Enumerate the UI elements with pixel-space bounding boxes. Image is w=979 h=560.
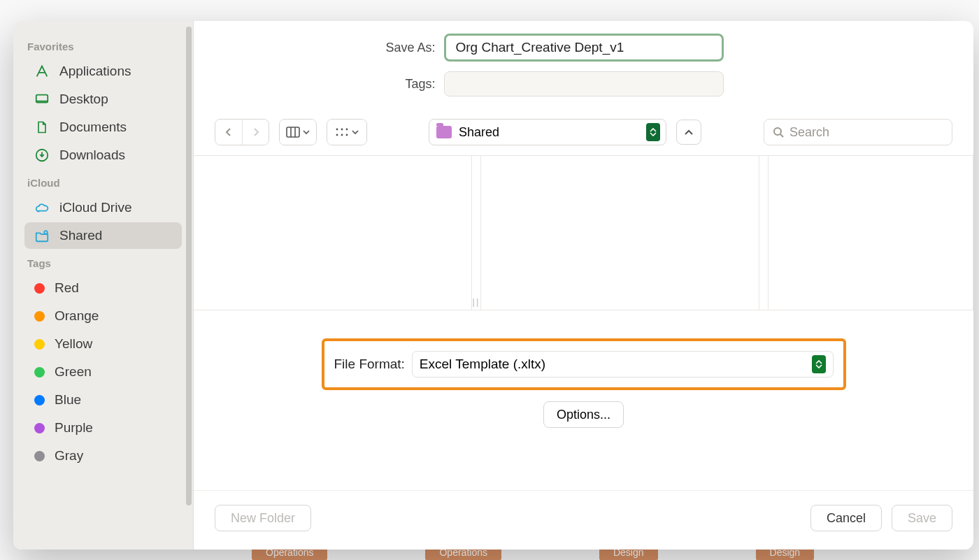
- column-divider[interactable]: [759, 156, 769, 310]
- shared-folder-icon: [34, 228, 50, 243]
- sidebar-section-favorites: Favorites: [13, 34, 193, 57]
- view-grid-group: [327, 119, 367, 145]
- browser-column[interactable]: [481, 156, 759, 310]
- svg-rect-3: [287, 127, 299, 137]
- sidebar-tag-green[interactable]: Green: [24, 359, 182, 385]
- options-button[interactable]: Options...: [543, 401, 624, 428]
- browser-toolbar: Shared Search: [194, 113, 973, 155]
- updown-stepper-icon: [812, 355, 826, 373]
- sidebar-item-label: Downloads: [59, 148, 125, 163]
- desktop-icon: [34, 92, 50, 107]
- search-icon: [773, 127, 784, 138]
- sidebar-item-label: Yellow: [55, 336, 92, 352]
- save-dialog: Favorites Applications Desktop Documents…: [13, 21, 973, 550]
- file-format-value: Excel Template (.xltx): [420, 357, 545, 372]
- svg-point-6: [346, 129, 348, 131]
- location-dropdown[interactable]: Shared: [429, 119, 666, 145]
- sidebar-section-tags: Tags: [13, 250, 193, 273]
- browser-column[interactable]: [769, 156, 973, 310]
- sidebar-tag-purple[interactable]: Purple: [24, 415, 182, 441]
- svg-point-10: [774, 128, 781, 135]
- resize-handle-icon: ||: [473, 296, 480, 310]
- svg-point-2: [44, 231, 48, 234]
- sidebar-tag-gray[interactable]: Gray: [24, 443, 182, 469]
- sidebar-item-label: Documents: [59, 120, 127, 135]
- nav-history-group: [215, 119, 269, 145]
- save-button[interactable]: Save: [892, 505, 952, 531]
- column-view-button[interactable]: [280, 120, 316, 145]
- search-placeholder: Search: [789, 125, 829, 140]
- back-button[interactable]: [215, 120, 242, 145]
- sidebar-tag-blue[interactable]: Blue: [24, 387, 182, 413]
- tag-dot-icon: [34, 451, 45, 461]
- browser-column[interactable]: [194, 156, 472, 310]
- sidebar-tag-yellow[interactable]: Yellow: [24, 331, 182, 357]
- tags-label: Tags:: [268, 77, 436, 92]
- tag-dot-icon: [34, 367, 45, 378]
- save-form: Save As: Tags:: [194, 21, 973, 113]
- tag-dot-icon: [34, 339, 45, 350]
- sidebar-item-label: Applications: [59, 64, 131, 79]
- sidebar-item-label: Gray: [55, 448, 83, 464]
- sidebar-item-label: Shared: [59, 228, 102, 243]
- sidebar-section-icloud: iCloud: [13, 170, 193, 193]
- new-folder-button[interactable]: New Folder: [215, 505, 311, 531]
- sidebar-item-label: Purple: [55, 420, 93, 436]
- sidebar-item-label: Blue: [55, 392, 81, 408]
- cloud-icon: [34, 200, 50, 215]
- dialog-main: Save As: Tags:: [194, 21, 973, 550]
- search-input[interactable]: Search: [764, 119, 952, 145]
- updown-stepper-icon: [646, 123, 660, 141]
- location-label: Shared: [459, 125, 499, 140]
- sidebar-item-documents[interactable]: Documents: [24, 114, 182, 141]
- dialog-footer: New Folder Cancel Save: [194, 490, 973, 550]
- documents-icon: [34, 120, 50, 135]
- forward-button[interactable]: [242, 120, 269, 145]
- collapse-button[interactable]: [676, 120, 701, 145]
- svg-point-4: [336, 129, 338, 131]
- sidebar-scrollbar[interactable]: [186, 27, 192, 505]
- svg-point-7: [336, 134, 338, 136]
- folder-icon: [436, 126, 452, 138]
- sidebar-item-desktop[interactable]: Desktop: [24, 86, 182, 113]
- svg-point-8: [341, 134, 343, 136]
- tag-dot-icon: [34, 311, 45, 322]
- save-as-input[interactable]: [444, 34, 724, 62]
- svg-point-5: [341, 129, 343, 131]
- sidebar-item-downloads[interactable]: Downloads: [24, 142, 182, 168]
- sidebar-tag-red[interactable]: Red: [24, 275, 182, 301]
- sidebar-item-shared[interactable]: Shared: [24, 222, 182, 249]
- tag-dot-icon: [34, 423, 45, 433]
- sidebar-item-label: Orange: [55, 308, 99, 324]
- tag-dot-icon: [34, 395, 45, 405]
- file-format-dropdown[interactable]: Excel Template (.xltx): [412, 351, 834, 378]
- sidebar-item-label: Desktop: [59, 92, 108, 107]
- sidebar-item-label: Red: [55, 280, 79, 296]
- sidebar: Favorites Applications Desktop Documents…: [13, 21, 194, 550]
- svg-point-9: [346, 134, 348, 136]
- file-browser[interactable]: ||: [194, 155, 973, 310]
- file-format-highlight: File Format: Excel Template (.xltx): [322, 338, 846, 390]
- downloads-icon: [34, 148, 50, 163]
- view-columns-group: [279, 119, 317, 145]
- column-resize-handle[interactable]: ||: [472, 156, 481, 310]
- file-format-label: File Format:: [334, 357, 405, 372]
- sidebar-item-label: Green: [55, 364, 92, 380]
- grid-view-button[interactable]: [327, 120, 366, 145]
- format-area: File Format: Excel Template (.xltx) Opti…: [194, 310, 973, 428]
- applications-icon: [34, 64, 50, 79]
- sidebar-tag-orange[interactable]: Orange: [24, 303, 182, 329]
- save-as-label: Save As:: [268, 41, 436, 55]
- sidebar-item-applications[interactable]: Applications: [24, 58, 182, 85]
- tags-input[interactable]: [444, 71, 724, 96]
- cancel-button[interactable]: Cancel: [810, 505, 882, 531]
- sidebar-item-label: iCloud Drive: [59, 200, 131, 215]
- sidebar-item-icloud-drive[interactable]: iCloud Drive: [24, 194, 182, 221]
- tag-dot-icon: [34, 283, 45, 294]
